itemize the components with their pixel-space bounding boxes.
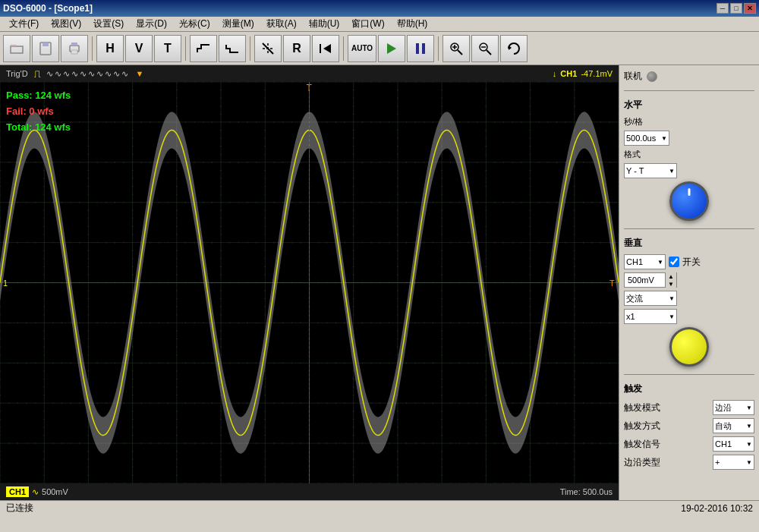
vertical-knob-container <box>624 327 754 367</box>
format-dropdown[interactable]: Y - T ▼ <box>624 163 677 178</box>
volt-row: 500mV ▲ ▼ <box>624 272 754 288</box>
reset-zoom-button[interactable] <box>500 35 528 62</box>
scope-stats: Pass: 124 wfs Fail: 0 wfs Total: 124 wfs <box>6 88 71 135</box>
menu-measure[interactable]: 测量(M) <box>216 16 260 32</box>
close-button[interactable]: ✕ <box>744 3 756 14</box>
trig-mode-dropdown[interactable]: 边沿 ▼ <box>713 400 754 415</box>
open-button[interactable] <box>3 35 30 62</box>
trig-type-value: 自动 <box>715 420 732 432</box>
svg-line-21 <box>487 50 491 55</box>
channel-row: CH1 ▼ 开关 <box>624 254 754 269</box>
svg-rect-15 <box>422 43 425 54</box>
trig-right: ↓ CH1 -47.1mV <box>553 69 613 78</box>
ch1-trig-value: -47.1mV <box>581 69 613 78</box>
coupling-row: 交流 ▼ <box>624 291 754 306</box>
zoom-out-button[interactable] <box>471 35 499 62</box>
online-indicator <box>647 71 657 82</box>
enable-label: 开关 <box>682 256 701 269</box>
volt-spinbox-buttons: ▲ ▼ <box>665 272 676 288</box>
format-dropdown-arrow: ▼ <box>669 168 675 175</box>
format-row: Y - T ▼ <box>624 163 754 178</box>
trig-source-arrow: ▼ <box>746 441 752 448</box>
menu-cursor[interactable]: 光标(C) <box>173 16 216 32</box>
time-value: Time: 500.0us <box>560 487 613 496</box>
coupling-dropdown[interactable]: 交流 ▼ <box>624 291 677 306</box>
trig-type-row: 触发方式 自动 ▼ <box>624 418 754 433</box>
separator3 <box>250 36 250 61</box>
menu-help[interactable]: 帮助(H) <box>391 16 434 32</box>
menu-bar: 文件(F) 视图(V) 设置(S) 显示(D) 光标(C) 测量(M) 获取(A… <box>0 17 759 32</box>
trig-source-label: 触发信号 <box>624 438 660 451</box>
menu-window[interactable]: 窗口(W) <box>345 16 390 32</box>
trig-rise-button[interactable] <box>190 35 217 62</box>
probe-dropdown[interactable]: x1 ▼ <box>624 309 677 324</box>
trig-edge-arrow: ▼ <box>746 459 752 466</box>
horizontal-knob[interactable] <box>669 181 709 221</box>
online-label: 联机 <box>624 70 642 83</box>
minimize-button[interactable]: ─ <box>716 3 729 14</box>
menu-file[interactable]: 文件(F) <box>3 16 45 32</box>
title-bar: DSO-6000 - [Scope1] ─ □ ✕ <box>0 0 759 17</box>
svg-rect-7 <box>71 50 77 54</box>
menu-display[interactable]: 显示(D) <box>130 16 173 32</box>
svg-marker-23 <box>509 46 512 50</box>
menu-settings[interactable]: 设置(S) <box>87 16 130 32</box>
run-button[interactable] <box>378 35 405 62</box>
time-dropdown[interactable]: 500.0us ▼ <box>624 131 669 146</box>
time-dropdown-arrow: ▼ <box>661 135 667 142</box>
probe-value-display: x1 <box>626 312 635 321</box>
channel-dropdown[interactable]: CH1 ▼ <box>624 254 666 269</box>
canvas-area: Pass: 124 wfs Fail: 0 wfs Total: 124 wfs <box>0 82 619 483</box>
zoom-in-button[interactable] <box>442 35 470 62</box>
separator2 <box>185 36 186 61</box>
trig-type-arrow: ▼ <box>746 423 752 430</box>
ch1-wave-symbol: ∿ <box>32 487 39 497</box>
trig-bar: Trig'D ⎍ ∿∿∿∿∿∿∿∿∿∿ ▼ ↓ CH1 -47.1mV <box>0 65 619 82</box>
volt-up-button[interactable]: ▲ <box>666 272 676 280</box>
trig-edge-label: 边沿类型 <box>624 456 660 469</box>
ch1-trig-label: CH1 <box>560 69 577 78</box>
auto-button[interactable]: AUTO <box>348 35 376 62</box>
online-row: 联机 <box>624 70 754 83</box>
trig-mode-value: 边沿 <box>715 402 732 414</box>
back-button[interactable] <box>312 35 339 62</box>
v-button[interactable]: V <box>125 35 153 62</box>
volt-down-button[interactable]: ▼ <box>666 280 676 288</box>
toolbar: H V T R AUTO <box>0 32 759 65</box>
trig-mode-row: 触发模式 边沿 ▼ <box>624 400 754 415</box>
t-button[interactable]: T <box>154 35 181 62</box>
maximize-button[interactable]: □ <box>730 3 742 14</box>
scope-bottom: CH1 ∿ 500mV Time: 500.0us <box>0 483 619 500</box>
svg-rect-14 <box>416 43 419 54</box>
channel-enable-checkbox[interactable] <box>669 257 679 267</box>
enable-row: 开关 <box>669 256 701 269</box>
r-button[interactable]: R <box>283 35 310 62</box>
trig-edge-value: + <box>715 458 720 467</box>
save-button[interactable] <box>32 35 59 62</box>
print-button[interactable] <box>61 35 88 62</box>
probe-dropdown-arrow: ▼ <box>669 313 675 320</box>
menu-acquire[interactable]: 获取(A) <box>260 16 303 32</box>
divider2 <box>624 228 754 229</box>
trig-fall-button[interactable] <box>219 35 246 62</box>
title-bar-buttons: ─ □ ✕ <box>716 3 756 14</box>
vertical-knob[interactable] <box>669 327 709 367</box>
datetime-display: 19-02-2016 10:32 <box>681 503 753 514</box>
pause-button[interactable] <box>407 35 434 62</box>
trig-marker: ▼ <box>136 69 144 78</box>
trig-edge-dropdown[interactable]: + ▼ <box>713 455 754 470</box>
menu-utility[interactable]: 辅助(U) <box>303 16 346 32</box>
trig-type-dropdown[interactable]: 自动 ▼ <box>713 418 754 433</box>
divider1 <box>624 90 754 91</box>
svg-line-17 <box>458 50 462 55</box>
volt-spinbox[interactable]: 500mV ▲ ▼ <box>624 272 677 288</box>
total-stat: Total: 124 wfs <box>6 120 71 136</box>
cursor-button[interactable] <box>254 35 282 62</box>
trig-source-value: CH1 <box>715 439 732 449</box>
trig-source-row: 触发信号 CH1 ▼ <box>624 436 754 452</box>
svg-marker-11 <box>323 44 331 53</box>
trig-source-dropdown[interactable]: CH1 ▼ <box>713 436 754 452</box>
h-button[interactable]: H <box>96 35 124 62</box>
trig-edge-row: 边沿类型 + ▼ <box>624 455 754 470</box>
menu-view[interactable]: 视图(V) <box>45 16 87 32</box>
